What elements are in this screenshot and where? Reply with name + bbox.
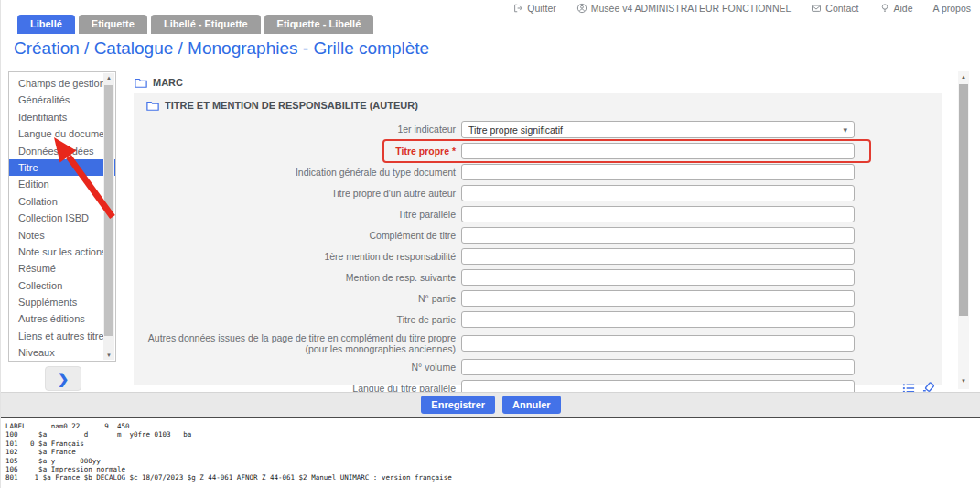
chevron-down-icon: ▾	[843, 125, 847, 135]
action-bar: Enregistrer Annuler	[1, 392, 980, 417]
lightbulb-icon	[879, 3, 890, 14]
scrollbar-thumb[interactable]	[104, 85, 113, 336]
menu-item[interactable]: Aide	[879, 3, 913, 14]
sidebar-list: Champs de gestionGénéralitésIdentifiants…	[9, 75, 115, 362]
sidebar-item[interactable]: Note sur les actions	[9, 244, 115, 260]
sidebar-expand-button[interactable]: ❯	[45, 366, 81, 391]
sidebar-item[interactable]: Résumé	[9, 260, 115, 277]
field-label: Titre de partie	[134, 314, 456, 325]
sidebar-item[interactable]: Collection ISBD	[9, 210, 115, 226]
top-menu: QuitterMusée v4 ADMINISTRATEUR FONCTIONN…	[512, 0, 971, 16]
field-label: Titre propre *	[134, 146, 456, 157]
tab-etiquette-libell-[interactable]: Etiquette - Libellé	[264, 15, 374, 34]
field-label: N° volume	[134, 362, 456, 373]
sidebar-scrollbar[interactable]: ▲ ▼	[103, 73, 114, 360]
field-input[interactable]	[461, 290, 855, 307]
field-label: 1ère mention de responsabilité	[134, 251, 456, 262]
field-label: Mention de resp. suivante	[134, 272, 456, 283]
form-panel: TITRE ET MENTION DE RESPONSABILITE (AUTE…	[134, 93, 942, 385]
field-input[interactable]	[461, 248, 855, 265]
sidebar-item[interactable]: Titre	[9, 159, 115, 176]
field-input[interactable]	[461, 311, 855, 328]
section-group-header: TITRE ET MENTION DE RESPONSABILITE (AUTE…	[146, 100, 418, 111]
menu-item-label: Quitter	[527, 3, 556, 14]
form-field-row: Autres données issues de la page de titr…	[134, 332, 942, 354]
menu-item-label: Aide	[894, 3, 913, 14]
sidebar: Champs de gestionGénéralitésIdentifiants…	[8, 71, 116, 362]
menu-item[interactable]: Quitter	[512, 3, 556, 14]
tab-libell-etiquette[interactable]: Libellé - Etiquette	[151, 15, 261, 34]
menu-item[interactable]: A propos	[933, 3, 971, 14]
field-label: Titre propre d'un autre auteur	[134, 188, 456, 199]
field-select[interactable]: Titre propre significatif▾	[461, 121, 855, 138]
form-card: MARC TITRE ET MENTION DE RESPONSABILITE …	[122, 71, 954, 389]
sidebar-item[interactable]: Notes	[9, 227, 115, 244]
field-label: Autres données issues de la page de titr…	[134, 332, 456, 354]
form-field-row: Titre propre *	[134, 143, 942, 159]
field-input[interactable]	[461, 185, 855, 201]
form-field-row: Complément de titre	[134, 227, 942, 244]
field-label: Titre parallèle	[134, 209, 456, 220]
save-button[interactable]: Enregistrer	[421, 396, 495, 414]
menu-item[interactable]: Contact	[811, 3, 858, 14]
marc-record-preview: LABEL nam0 22 9 450 100 $a d m y0fre 010…	[5, 422, 452, 483]
tab-etiquette[interactable]: Etiquette	[79, 15, 147, 34]
form-field-row: Indication générale du type document	[134, 164, 942, 180]
user-circle-icon	[576, 3, 587, 14]
form-field-row: 1ère mention de responsabilité	[134, 248, 942, 265]
form-field-row: Titre parallèle	[134, 206, 942, 222]
form-field-row: Titre propre d'un autre auteur	[134, 185, 942, 201]
field-input[interactable]	[461, 359, 855, 375]
select-value: Titre propre significatif	[468, 125, 563, 136]
sidebar-item[interactable]: Edition	[9, 176, 115, 192]
form-field-row: 1er indicateurTitre propre significatif▾	[134, 121, 942, 138]
form-field-row: N° partie	[134, 290, 942, 307]
folder-icon	[146, 100, 159, 111]
sidebar-item[interactable]: Identifiants	[9, 109, 115, 125]
form-field-row: Titre de partie	[134, 311, 942, 328]
folder-icon	[135, 77, 147, 88]
field-label: 1er indicateur	[134, 124, 456, 135]
sidebar-item[interactable]: Champs de gestion	[9, 75, 115, 92]
menu-item-label: Musée v4 ADMINISTRATEUR FONCTIONNEL	[591, 3, 792, 14]
chevron-right-icon: ❯	[58, 371, 70, 387]
marc-group-header: MARC	[135, 77, 183, 88]
main-scrollbar[interactable]: ▲ ▼	[958, 71, 969, 389]
form-rows: 1er indicateurTitre propre significatif▾…	[134, 121, 942, 401]
field-input[interactable]	[461, 143, 855, 159]
form-field-row: N° volume	[134, 359, 942, 375]
scroll-down-icon[interactable]: ▼	[958, 378, 969, 384]
divider	[1, 417, 980, 418]
field-input[interactable]	[461, 206, 855, 222]
catalog-editor-window: QuitterMusée v4 ADMINISTRATEUR FONCTIONN…	[0, 0, 980, 488]
menu-item-label: Contact	[825, 3, 858, 14]
sidebar-item[interactable]: Langue du document	[9, 125, 115, 142]
field-input[interactable]	[461, 227, 855, 244]
sidebar-item[interactable]: Autres éditions	[9, 310, 115, 327]
field-input[interactable]	[461, 164, 855, 180]
menu-item[interactable]: Musée v4 ADMINISTRATEUR FONCTIONNEL	[576, 3, 792, 14]
form-field-row: Mention de resp. suivante	[134, 269, 942, 286]
field-input[interactable]	[461, 335, 855, 352]
field-input[interactable]	[461, 269, 855, 286]
field-label: Indication générale du type document	[134, 167, 456, 178]
cancel-button[interactable]: Annuler	[502, 396, 561, 414]
scrollbar-thumb[interactable]	[959, 84, 968, 316]
envelope-icon	[811, 3, 822, 14]
scroll-up-icon[interactable]: ▲	[958, 74, 969, 80]
scroll-up-icon[interactable]: ▲	[103, 75, 114, 81]
sidebar-item[interactable]: Suppléments	[9, 294, 115, 310]
logout-icon	[512, 3, 523, 14]
sidebar-item[interactable]: Collection	[9, 277, 115, 294]
sidebar-item[interactable]: Généralités	[9, 92, 115, 108]
page-title: Création / Catalogue / Monographies - Gr…	[14, 38, 429, 59]
view-tabs: LibelléEtiquetteLibellé - EtiquetteEtiqu…	[17, 15, 373, 34]
field-label: N° partie	[134, 293, 456, 304]
sidebar-item[interactable]: Niveaux	[9, 344, 115, 361]
menu-item-label: A propos	[933, 3, 971, 14]
sidebar-item[interactable]: Données codées	[9, 143, 115, 159]
tab-libell-[interactable]: Libellé	[17, 15, 75, 34]
scroll-down-icon[interactable]: ▼	[103, 352, 114, 358]
sidebar-item[interactable]: Liens et autres titres	[9, 328, 115, 344]
sidebar-item[interactable]: Collation	[9, 193, 115, 210]
